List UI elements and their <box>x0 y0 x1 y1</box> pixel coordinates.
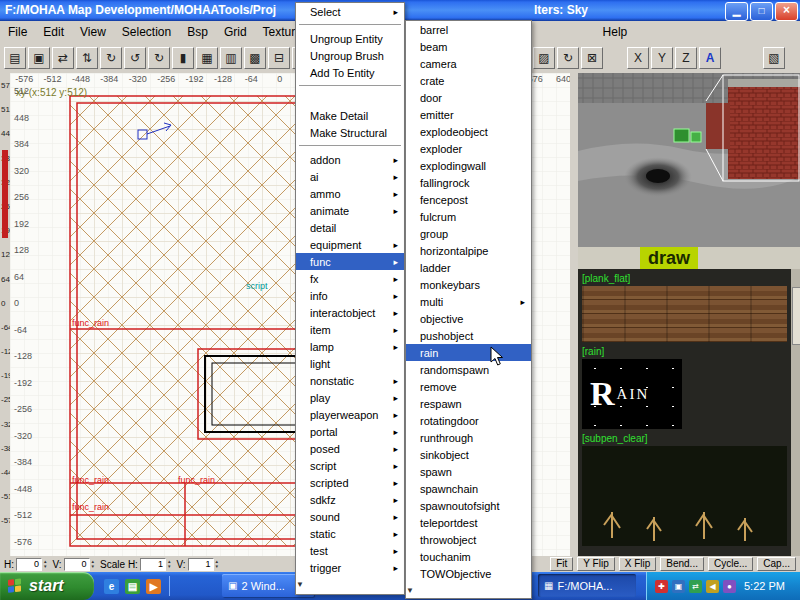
vertical-splitter[interactable] <box>570 73 578 556</box>
context-menu-item[interactable]: item ▸ <box>296 321 404 338</box>
select-partial-tall-icon[interactable]: ▥ <box>220 47 242 69</box>
camera-3d-view[interactable] <box>578 73 800 247</box>
context-menu-item[interactable]: trigger ▸ <box>296 559 404 576</box>
texture-lock-button[interactable]: A <box>699 47 721 69</box>
context-menu-item[interactable]: sound ▸ <box>296 508 404 525</box>
context-menu-item[interactable]: nonstatic ▸ <box>296 372 404 389</box>
spinner-icon[interactable]: ▴ ▾ <box>92 559 95 569</box>
network-icon[interactable]: ▣ <box>672 580 685 593</box>
spinner-icon[interactable]: ▴ ▾ <box>216 559 219 569</box>
texture-browser[interactable]: draw [plank_flat] [rain] R AIN [subpen_c… <box>578 247 800 556</box>
context-menu-item[interactable]: posed ▸ <box>296 440 404 457</box>
taskbar-task-radiant[interactable]: ▦ F:/MOHA... <box>538 574 636 597</box>
submenu-item[interactable]: multi ▸ <box>406 293 531 310</box>
context-menu-item[interactable]: sdkfz ▸ <box>296 491 404 508</box>
texture-thumb-plank-flat[interactable] <box>582 286 787 342</box>
menubar-item[interactable]: View <box>72 23 114 41</box>
context-menu-item[interactable] <box>296 20 404 30</box>
submenu-item[interactable]: sinkobject <box>406 446 531 463</box>
context-menu-item[interactable]: Make Structural <box>296 124 404 141</box>
texture-view-mode-icon[interactable]: ▨ <box>533 47 555 69</box>
refresh-views-icon[interactable]: ↻ <box>557 47 579 69</box>
submenu-item[interactable]: spawnchain <box>406 480 531 497</box>
context-menu-item[interactable]: equipment ▸ <box>296 236 404 253</box>
camera-view-canvas[interactable] <box>578 73 800 247</box>
surface-field-value[interactable]: 1 <box>140 558 166 571</box>
submenu-item[interactable]: ladder <box>406 259 531 276</box>
menubar-item[interactable]: File <box>0 23 35 41</box>
surface-button[interactable]: Fit <box>550 557 573 571</box>
axis-lock-x-button[interactable]: X <box>627 47 649 69</box>
context-menu-item[interactable]: fx ▸ <box>296 270 404 287</box>
minimize-icon[interactable]: ▁ <box>725 2 748 21</box>
submenu-item[interactable]: touchanim <box>406 548 531 565</box>
submenu-item[interactable]: remove <box>406 378 531 395</box>
submenu-item[interactable]: fallingrock <box>406 174 531 191</box>
surface-button[interactable]: Bend... <box>660 557 704 571</box>
submenu-item[interactable]: spawnoutofsight <box>406 497 531 514</box>
context-menu-item[interactable]: ▼ <box>296 576 404 592</box>
context-menu-item[interactable]: interactobject ▸ <box>296 304 404 321</box>
texture-scrollbar[interactable] <box>791 269 800 556</box>
close-icon[interactable]: × <box>775 2 798 21</box>
texture-thumb-subpen-clear[interactable] <box>582 446 787 546</box>
start-button[interactable]: start <box>0 572 94 600</box>
flip-y-icon[interactable]: ⇅ <box>76 47 98 69</box>
submenu-item[interactable]: rotatingdoor <box>406 412 531 429</box>
context-menu-item[interactable]: ammo ▸ <box>296 185 404 202</box>
context-menu-item[interactable]: test ▸ <box>296 542 404 559</box>
context-menu-item[interactable]: func ▸ <box>296 253 404 270</box>
spinner-icon[interactable]: ▴ ▾ <box>44 559 47 569</box>
surface-button[interactable]: Cycle... <box>708 557 753 571</box>
surface-field-value[interactable]: 0 <box>16 558 42 571</box>
rotate-z-icon[interactable]: ↻ <box>148 47 170 69</box>
context-menu-item[interactable]: ai ▸ <box>296 168 404 185</box>
cubic-clipping-icon[interactable]: ⊠ <box>581 47 603 69</box>
wireframe-view-icon[interactable]: ▧ <box>763 47 785 69</box>
submenu-item[interactable]: fulcrum <box>406 208 531 225</box>
surface-field-value[interactable]: 1 <box>188 558 214 571</box>
flip-x-icon[interactable]: ⇄ <box>52 47 74 69</box>
submenu-item[interactable]: spawn <box>406 463 531 480</box>
submenu-item[interactable]: monkeybars <box>406 276 531 293</box>
submenu-item[interactable]: door <box>406 89 531 106</box>
texture-thumb-rain[interactable]: R AIN <box>582 359 682 429</box>
context-menu-item[interactable]: Add To Entity <box>296 64 404 81</box>
context-menu-item[interactable]: Ungroup Entity <box>296 30 404 47</box>
submenu-item[interactable]: randomspawn <box>406 361 531 378</box>
context-menu-item[interactable]: animate ▸ <box>296 202 404 219</box>
submenu-item[interactable]: ▼ <box>406 582 531 598</box>
submenu-item[interactable]: fencepost <box>406 191 531 208</box>
context-menu-item[interactable]: playerweapon ▸ <box>296 406 404 423</box>
scrollbar-thumb[interactable] <box>792 287 800 345</box>
submenu-item[interactable]: group <box>406 225 531 242</box>
context-menu-item[interactable]: light <box>296 355 404 372</box>
menubar-item[interactable]: Help <box>595 23 636 41</box>
messenger-icon[interactable]: ● <box>723 580 736 593</box>
menubar-item[interactable]: Bsp <box>179 23 216 41</box>
internet-explorer-icon[interactable]: e <box>104 579 119 594</box>
open-file-icon[interactable]: ▤ <box>4 47 26 69</box>
context-menu-item[interactable]: play ▸ <box>296 389 404 406</box>
context-menu-item[interactable]: Ungroup Brush <box>296 47 404 64</box>
menubar-item[interactable]: Selection <box>114 23 179 41</box>
rotate-x-icon[interactable]: ↻ <box>100 47 122 69</box>
maximize-icon[interactable]: □ <box>750 2 773 21</box>
menubar-item[interactable]: Grid <box>216 23 255 41</box>
select-inside-icon[interactable]: ▩ <box>244 47 266 69</box>
menubar-item[interactable]: Edit <box>35 23 72 41</box>
usb-icon[interactable]: ⇄ <box>689 580 702 593</box>
spinner-icon[interactable]: ▴ ▾ <box>168 559 171 569</box>
submenu-item[interactable]: rain <box>406 344 531 361</box>
submenu-item[interactable]: camera <box>406 55 531 72</box>
submenu-item[interactable]: pushobject <box>406 327 531 344</box>
context-menu-item[interactable]: script ▸ <box>296 457 404 474</box>
context-menu-item[interactable]: portal ▸ <box>296 423 404 440</box>
select-complete-tall-icon[interactable]: ▮ <box>172 47 194 69</box>
save-file-icon[interactable]: ▣ <box>28 47 50 69</box>
submenu-item[interactable]: objective <box>406 310 531 327</box>
submenu-item[interactable]: beam <box>406 38 531 55</box>
submenu-item[interactable]: TOWObjective <box>406 565 531 582</box>
context-menu-item[interactable]: detail <box>296 219 404 236</box>
submenu-item[interactable]: explodeobject <box>406 123 531 140</box>
